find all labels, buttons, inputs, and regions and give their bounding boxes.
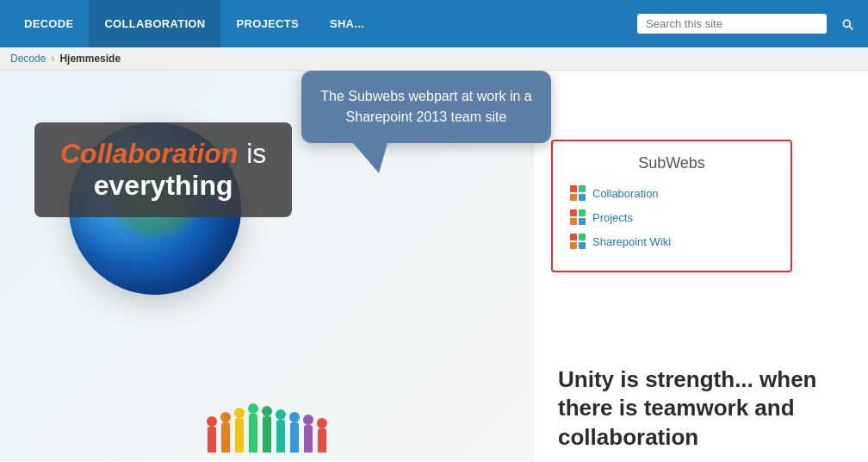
person-figure — [317, 418, 327, 453]
nav-item-collaboration[interactable]: COLLABORATION — [89, 0, 220, 47]
person-figure — [220, 412, 231, 453]
nav-items: DECODE COLLABORATION PROJECTS SHA... — [9, 0, 637, 47]
hero-is-word: is — [246, 138, 266, 170]
person-figure — [207, 416, 217, 453]
person-figure — [248, 403, 258, 453]
subwebs-link-text-collaboration: Collaboration — [592, 187, 659, 200]
tooltip-tail — [353, 143, 388, 173]
hero-text-banner: Collaboration is everything — [34, 122, 292, 217]
tooltip-text: The Subwebs webpart at work in a Sharepo… — [320, 89, 531, 124]
subwebs-link-collaboration[interactable]: Collaboration — [570, 185, 773, 201]
tooltip-box: The Subwebs webpart at work in a Sharepo… — [301, 71, 551, 143]
nav-item-decode[interactable]: DECODE — [9, 0, 89, 47]
person-figure — [289, 412, 300, 453]
sp-icon-projects — [570, 209, 586, 225]
search-dropdown-arrow[interactable]: ▼ — [798, 19, 807, 28]
people-illustration — [0, 403, 534, 461]
subwebs-link-sharepoint-wiki[interactable]: Sharepoint Wiki — [570, 234, 773, 249]
main-content: Collaboration is everything The Subwebs … — [0, 71, 868, 461]
sp-icon-sharepoint-wiki — [570, 234, 586, 249]
search-icon — [840, 17, 854, 31]
breadcrumb-parent[interactable]: Decode — [10, 53, 46, 65]
subwebs-title: SubWebs — [570, 154, 773, 172]
breadcrumb: Decode › Hjemmeside — [0, 47, 868, 71]
subwebs-link-text-projects: Projects — [592, 211, 633, 224]
quote-text: Unity is strength... when there is teamw… — [558, 365, 851, 453]
nav-bar: DECODE COLLABORATION PROJECTS SHA... ▼ — [0, 0, 868, 47]
breadcrumb-current: Hjemmeside — [59, 53, 121, 65]
hero-line1: Collaboration is — [60, 138, 266, 170]
person-figure — [276, 409, 286, 453]
subwebs-link-text-sharepoint-wiki: Sharepoint Wiki — [592, 235, 671, 248]
nav-item-sha[interactable]: SHA... — [314, 0, 380, 47]
search-area: ▼ — [637, 14, 827, 34]
search-input[interactable] — [646, 17, 797, 30]
person-figure — [262, 406, 272, 453]
nav-item-projects[interactable]: PROJECTS — [220, 0, 313, 47]
sp-icon-collaboration — [570, 185, 586, 201]
tooltip-callout: The Subwebs webpart at work in a Sharepo… — [301, 71, 551, 173]
person-figure — [303, 415, 313, 453]
hero-line2: everything — [60, 170, 266, 202]
right-panel: SubWebs Collaboration Projects — [534, 71, 868, 461]
breadcrumb-separator: › — [51, 53, 54, 65]
hero-collaboration-word: Collaboration — [60, 138, 238, 170]
subwebs-box: SubWebs Collaboration Projects — [551, 140, 792, 272]
person-figure — [234, 408, 245, 453]
subwebs-link-projects[interactable]: Projects — [570, 209, 773, 225]
search-button[interactable] — [835, 12, 859, 36]
